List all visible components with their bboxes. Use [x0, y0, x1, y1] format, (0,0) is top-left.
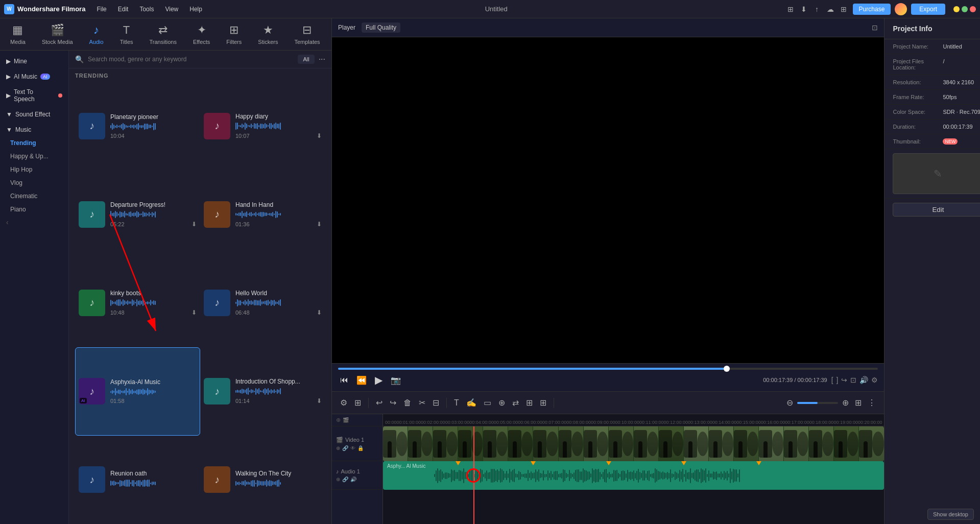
- tl-annotate-button[interactable]: ✍: [464, 397, 479, 409]
- audio1-vol-icon[interactable]: 🔊: [350, 477, 356, 482]
- progress-handle[interactable]: [724, 366, 730, 372]
- video1-add-icon[interactable]: ⊕: [336, 445, 340, 451]
- sidebar-item-piano[interactable]: Piano: [0, 203, 68, 216]
- purchase-button[interactable]: Purchase: [853, 4, 891, 15]
- user-avatar[interactable]: [895, 3, 907, 15]
- save-icon[interactable]: ⊞: [785, 4, 796, 14]
- toolbar-templates[interactable]: ⊟ Templates: [290, 21, 324, 47]
- fullscreen-icon[interactable]: ⊡: [872, 23, 878, 32]
- music-card-2[interactable]: ♪ Happy diary 10:07 ⬇: [200, 82, 325, 170]
- sidebar-item-vlog[interactable]: Vlog: [0, 176, 68, 189]
- more-options-icon[interactable]: ···: [319, 55, 325, 64]
- export-button[interactable]: Export: [911, 4, 945, 15]
- toolbar-audio[interactable]: ♪ Audio: [85, 21, 108, 47]
- mark-out-icon[interactable]: ]: [836, 376, 839, 384]
- tl-ripple-button[interactable]: ⇄: [510, 397, 521, 409]
- tl-select-button[interactable]: ▭: [482, 397, 493, 409]
- minimize-button[interactable]: [953, 6, 960, 12]
- mark-in-icon[interactable]: [: [831, 376, 833, 384]
- video1-lock-icon[interactable]: 🔒: [357, 445, 364, 451]
- toolbar-transitions[interactable]: ⇄ Transitions: [146, 21, 181, 47]
- import-icon[interactable]: ⬇: [799, 4, 809, 14]
- music-card-10[interactable]: ♪ Walking On The City: [200, 436, 325, 524]
- menu-tools[interactable]: Tools: [134, 4, 159, 15]
- filter-button[interactable]: All: [298, 55, 314, 64]
- sidebar-item-cinematic[interactable]: Cinematic: [0, 189, 68, 203]
- toolbar-media[interactable]: ▦ Media: [6, 21, 30, 47]
- tl-zoom-in-button[interactable]: ⊕: [840, 397, 851, 409]
- tl-more-button[interactable]: ⋮: [866, 397, 878, 409]
- cloud-icon[interactable]: ☁: [825, 4, 835, 14]
- tl-zoom-out-button[interactable]: ⊖: [784, 397, 795, 409]
- quality-select[interactable]: Full Quality: [362, 22, 400, 33]
- sidebar-item-happy[interactable]: Happy & Up...: [0, 150, 68, 163]
- toolbar-stock-media[interactable]: 🎬 Stock Media: [38, 21, 77, 47]
- tl-grid-button[interactable]: ⊞: [853, 397, 864, 409]
- audio-strip[interactable]: Asphy... Al Music: [383, 461, 884, 490]
- add-track-icon[interactable]: ⊕: [336, 417, 341, 423]
- progress-bar[interactable]: [338, 368, 878, 370]
- music-card-3[interactable]: ♪ Departure Progress! 05:22 ⬇: [75, 170, 200, 258]
- video-strip[interactable]: [383, 426, 884, 461]
- sidebar-collapse[interactable]: ‹: [0, 216, 68, 228]
- play-button[interactable]: ▶: [373, 373, 385, 387]
- zoom-slider[interactable]: [797, 402, 838, 404]
- menu-help[interactable]: Help: [184, 4, 207, 15]
- toolbar-titles[interactable]: T Titles: [116, 21, 137, 47]
- tl-snap-button[interactable]: ⊞: [352, 397, 363, 409]
- sidebar-item-trending[interactable]: Trending: [0, 136, 68, 150]
- insert-icon[interactable]: ↪: [841, 376, 847, 384]
- tl-redo-button[interactable]: ↪: [388, 397, 398, 409]
- tl-text-button[interactable]: T: [452, 397, 461, 409]
- audio1-link-icon[interactable]: 🔗: [342, 477, 348, 482]
- music-card-8[interactable]: ♪ Introduction Of Shopp... 01:14 ⬇: [200, 347, 325, 436]
- audio-icon-ctrl[interactable]: 🔊: [859, 376, 868, 384]
- maximize-button[interactable]: [962, 6, 968, 12]
- show-desktop-button[interactable]: Show desktop: [927, 509, 974, 520]
- step-back-button[interactable]: ⏪: [354, 374, 369, 386]
- audio1-add-icon[interactable]: ⊕: [336, 477, 340, 482]
- snapshot-button[interactable]: 📷: [389, 374, 403, 386]
- tl-cut-button[interactable]: ✂: [417, 397, 427, 409]
- music-card-5[interactable]: ♪ kinky boots 10:48 ⬇: [75, 258, 200, 347]
- menu-edit[interactable]: Edit: [113, 4, 134, 15]
- search-input[interactable]: [88, 56, 294, 63]
- toolbar-filters[interactable]: ⊞ Filters: [222, 21, 246, 47]
- tl-speed-button[interactable]: ⊞: [524, 397, 535, 409]
- music-card-4[interactable]: ♪ Hand In Hand 01:36 ⬇: [200, 170, 325, 258]
- share-icon[interactable]: ↑: [812, 4, 822, 14]
- download-icon-4[interactable]: ⬇: [317, 221, 322, 228]
- music-card-7[interactable]: ♪ AI Asphyxia-Al Music 01:58: [75, 347, 200, 436]
- download-icon-2[interactable]: ⬇: [317, 132, 322, 139]
- download-icon-8[interactable]: ⬇: [317, 397, 322, 404]
- settings-icon-ctrl[interactable]: ⚙: [871, 376, 878, 384]
- sidebar-mine[interactable]: ▶ Mine: [0, 55, 68, 68]
- tl-audio-button[interactable]: ⊞: [538, 397, 548, 409]
- download-icon-6[interactable]: ⬇: [317, 309, 322, 316]
- tl-transform-button[interactable]: ⊕: [496, 397, 507, 409]
- menu-view[interactable]: View: [160, 4, 183, 15]
- video1-eye-icon[interactable]: 👁: [350, 445, 355, 451]
- tl-undo-button[interactable]: ↩: [374, 397, 385, 409]
- overlay-icon[interactable]: ⊡: [850, 376, 856, 384]
- tl-crop-button[interactable]: ⊟: [431, 397, 441, 409]
- sidebar-tts[interactable]: ▶ Text To Speech: [0, 85, 68, 106]
- music-card-1[interactable]: ♪ Planetary pioneer 10:04: [75, 82, 200, 170]
- sidebar-ai-music[interactable]: ▶ AI Music AI: [0, 70, 68, 83]
- menu-file[interactable]: File: [91, 4, 111, 15]
- toolbar-stickers[interactable]: ★ Stickers: [254, 21, 282, 47]
- music-card-9[interactable]: ♪ Reunion oath: [75, 436, 200, 524]
- close-button[interactable]: [970, 6, 976, 12]
- tl-settings-button[interactable]: ⚙: [338, 397, 349, 409]
- sidebar-music[interactable]: ▼ Music: [0, 123, 68, 136]
- download-icon-3[interactable]: ⬇: [192, 221, 197, 228]
- sidebar-sfx[interactable]: ▼ Sound Effect: [0, 108, 68, 121]
- download-icon-5[interactable]: ⬇: [192, 309, 197, 316]
- toolbar-effects[interactable]: ✦ Effects: [189, 21, 214, 47]
- rewind-button[interactable]: ⏮: [338, 374, 350, 386]
- edit-button[interactable]: Edit: [893, 203, 980, 217]
- music-card-6[interactable]: ♪ Hello World 06:48 ⬇: [200, 258, 325, 347]
- video1-link-icon[interactable]: 🔗: [342, 445, 348, 451]
- apps-icon[interactable]: ⊞: [839, 4, 849, 14]
- tl-delete-button[interactable]: 🗑: [401, 397, 414, 409]
